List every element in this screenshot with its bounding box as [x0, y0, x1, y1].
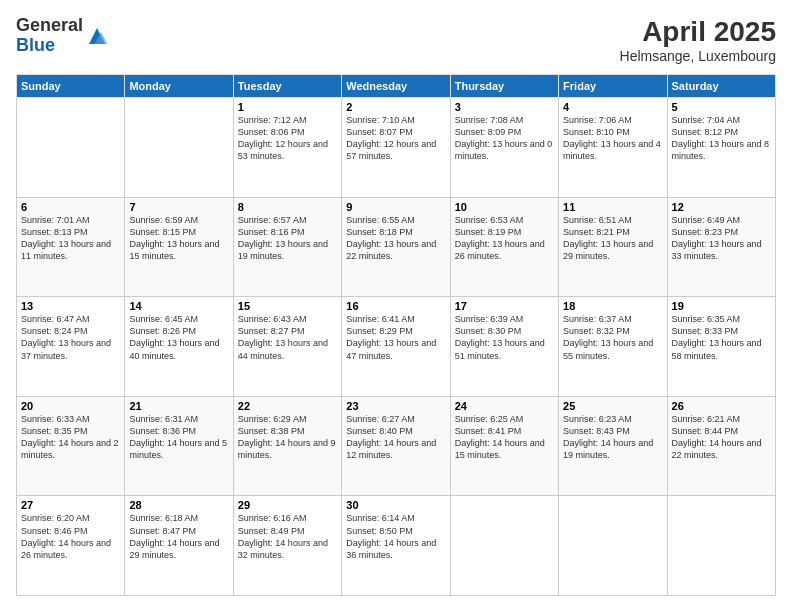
calendar-title: April 2025 [620, 16, 776, 48]
day-info: Sunrise: 6:37 AM Sunset: 8:32 PM Dayligh… [563, 313, 662, 362]
calendar-cell: 10Sunrise: 6:53 AM Sunset: 8:19 PM Dayli… [450, 197, 558, 297]
calendar-cell: 13Sunrise: 6:47 AM Sunset: 8:24 PM Dayli… [17, 297, 125, 397]
calendar-week-row: 13Sunrise: 6:47 AM Sunset: 8:24 PM Dayli… [17, 297, 776, 397]
day-info: Sunrise: 6:49 AM Sunset: 8:23 PM Dayligh… [672, 214, 771, 263]
calendar-cell: 17Sunrise: 6:39 AM Sunset: 8:30 PM Dayli… [450, 297, 558, 397]
calendar-header-row: SundayMondayTuesdayWednesdayThursdayFrid… [17, 75, 776, 98]
calendar-week-row: 20Sunrise: 6:33 AM Sunset: 8:35 PM Dayli… [17, 396, 776, 496]
calendar-cell: 24Sunrise: 6:25 AM Sunset: 8:41 PM Dayli… [450, 396, 558, 496]
day-info: Sunrise: 6:43 AM Sunset: 8:27 PM Dayligh… [238, 313, 337, 362]
calendar-cell: 12Sunrise: 6:49 AM Sunset: 8:23 PM Dayli… [667, 197, 775, 297]
day-number: 20 [21, 400, 120, 412]
day-number: 21 [129, 400, 228, 412]
calendar-cell: 18Sunrise: 6:37 AM Sunset: 8:32 PM Dayli… [559, 297, 667, 397]
calendar-cell: 5Sunrise: 7:04 AM Sunset: 8:12 PM Daylig… [667, 98, 775, 198]
day-of-week-header: Tuesday [233, 75, 341, 98]
day-info: Sunrise: 6:39 AM Sunset: 8:30 PM Dayligh… [455, 313, 554, 362]
day-number: 19 [672, 300, 771, 312]
day-info: Sunrise: 6:41 AM Sunset: 8:29 PM Dayligh… [346, 313, 445, 362]
day-info: Sunrise: 6:33 AM Sunset: 8:35 PM Dayligh… [21, 413, 120, 462]
day-info: Sunrise: 6:18 AM Sunset: 8:47 PM Dayligh… [129, 512, 228, 561]
day-info: Sunrise: 6:20 AM Sunset: 8:46 PM Dayligh… [21, 512, 120, 561]
calendar-cell: 3Sunrise: 7:08 AM Sunset: 8:09 PM Daylig… [450, 98, 558, 198]
day-of-week-header: Thursday [450, 75, 558, 98]
day-number: 22 [238, 400, 337, 412]
day-number: 10 [455, 201, 554, 213]
day-number: 7 [129, 201, 228, 213]
page: General Blue April 2025 Helmsange, Luxem… [0, 0, 792, 612]
day-number: 29 [238, 499, 337, 511]
calendar-cell [450, 496, 558, 596]
day-info: Sunrise: 6:23 AM Sunset: 8:43 PM Dayligh… [563, 413, 662, 462]
day-number: 15 [238, 300, 337, 312]
day-info: Sunrise: 6:55 AM Sunset: 8:18 PM Dayligh… [346, 214, 445, 263]
day-number: 25 [563, 400, 662, 412]
logo-icon [85, 24, 109, 48]
day-number: 16 [346, 300, 445, 312]
day-number: 13 [21, 300, 120, 312]
day-info: Sunrise: 7:04 AM Sunset: 8:12 PM Dayligh… [672, 114, 771, 163]
calendar-cell: 28Sunrise: 6:18 AM Sunset: 8:47 PM Dayli… [125, 496, 233, 596]
calendar-table: SundayMondayTuesdayWednesdayThursdayFrid… [16, 74, 776, 596]
day-number: 30 [346, 499, 445, 511]
day-info: Sunrise: 7:12 AM Sunset: 8:06 PM Dayligh… [238, 114, 337, 163]
day-info: Sunrise: 6:45 AM Sunset: 8:26 PM Dayligh… [129, 313, 228, 362]
calendar-cell: 8Sunrise: 6:57 AM Sunset: 8:16 PM Daylig… [233, 197, 341, 297]
day-info: Sunrise: 6:29 AM Sunset: 8:38 PM Dayligh… [238, 413, 337, 462]
day-number: 18 [563, 300, 662, 312]
day-number: 1 [238, 101, 337, 113]
calendar-cell [17, 98, 125, 198]
day-number: 11 [563, 201, 662, 213]
calendar-week-row: 1Sunrise: 7:12 AM Sunset: 8:06 PM Daylig… [17, 98, 776, 198]
day-info: Sunrise: 6:27 AM Sunset: 8:40 PM Dayligh… [346, 413, 445, 462]
day-info: Sunrise: 7:01 AM Sunset: 8:13 PM Dayligh… [21, 214, 120, 263]
day-info: Sunrise: 6:31 AM Sunset: 8:36 PM Dayligh… [129, 413, 228, 462]
day-info: Sunrise: 7:08 AM Sunset: 8:09 PM Dayligh… [455, 114, 554, 163]
calendar-cell: 23Sunrise: 6:27 AM Sunset: 8:40 PM Dayli… [342, 396, 450, 496]
calendar-cell: 25Sunrise: 6:23 AM Sunset: 8:43 PM Dayli… [559, 396, 667, 496]
day-number: 26 [672, 400, 771, 412]
calendar-cell: 11Sunrise: 6:51 AM Sunset: 8:21 PM Dayli… [559, 197, 667, 297]
calendar-cell: 27Sunrise: 6:20 AM Sunset: 8:46 PM Dayli… [17, 496, 125, 596]
calendar-week-row: 6Sunrise: 7:01 AM Sunset: 8:13 PM Daylig… [17, 197, 776, 297]
day-info: Sunrise: 6:25 AM Sunset: 8:41 PM Dayligh… [455, 413, 554, 462]
calendar-cell: 26Sunrise: 6:21 AM Sunset: 8:44 PM Dayli… [667, 396, 775, 496]
day-number: 4 [563, 101, 662, 113]
calendar-cell: 15Sunrise: 6:43 AM Sunset: 8:27 PM Dayli… [233, 297, 341, 397]
calendar-cell: 30Sunrise: 6:14 AM Sunset: 8:50 PM Dayli… [342, 496, 450, 596]
day-info: Sunrise: 6:21 AM Sunset: 8:44 PM Dayligh… [672, 413, 771, 462]
day-number: 17 [455, 300, 554, 312]
day-info: Sunrise: 6:47 AM Sunset: 8:24 PM Dayligh… [21, 313, 120, 362]
day-number: 2 [346, 101, 445, 113]
calendar-cell: 21Sunrise: 6:31 AM Sunset: 8:36 PM Dayli… [125, 396, 233, 496]
calendar-cell: 6Sunrise: 7:01 AM Sunset: 8:13 PM Daylig… [17, 197, 125, 297]
day-of-week-header: Wednesday [342, 75, 450, 98]
calendar-cell [667, 496, 775, 596]
day-number: 24 [455, 400, 554, 412]
day-number: 6 [21, 201, 120, 213]
day-of-week-header: Monday [125, 75, 233, 98]
day-info: Sunrise: 6:59 AM Sunset: 8:15 PM Dayligh… [129, 214, 228, 263]
day-number: 9 [346, 201, 445, 213]
day-number: 12 [672, 201, 771, 213]
day-number: 28 [129, 499, 228, 511]
day-number: 23 [346, 400, 445, 412]
calendar-cell: 16Sunrise: 6:41 AM Sunset: 8:29 PM Dayli… [342, 297, 450, 397]
calendar-cell: 7Sunrise: 6:59 AM Sunset: 8:15 PM Daylig… [125, 197, 233, 297]
calendar-subtitle: Helmsange, Luxembourg [620, 48, 776, 64]
calendar-cell: 2Sunrise: 7:10 AM Sunset: 8:07 PM Daylig… [342, 98, 450, 198]
calendar-cell: 20Sunrise: 6:33 AM Sunset: 8:35 PM Dayli… [17, 396, 125, 496]
calendar-cell: 19Sunrise: 6:35 AM Sunset: 8:33 PM Dayli… [667, 297, 775, 397]
calendar-cell [125, 98, 233, 198]
calendar-cell: 29Sunrise: 6:16 AM Sunset: 8:49 PM Dayli… [233, 496, 341, 596]
logo-text: General Blue [16, 16, 83, 56]
day-number: 27 [21, 499, 120, 511]
day-of-week-header: Friday [559, 75, 667, 98]
calendar-cell: 14Sunrise: 6:45 AM Sunset: 8:26 PM Dayli… [125, 297, 233, 397]
day-of-week-header: Saturday [667, 75, 775, 98]
day-info: Sunrise: 6:14 AM Sunset: 8:50 PM Dayligh… [346, 512, 445, 561]
calendar-cell: 1Sunrise: 7:12 AM Sunset: 8:06 PM Daylig… [233, 98, 341, 198]
day-info: Sunrise: 7:06 AM Sunset: 8:10 PM Dayligh… [563, 114, 662, 163]
title-block: April 2025 Helmsange, Luxembourg [620, 16, 776, 64]
calendar-cell: 4Sunrise: 7:06 AM Sunset: 8:10 PM Daylig… [559, 98, 667, 198]
